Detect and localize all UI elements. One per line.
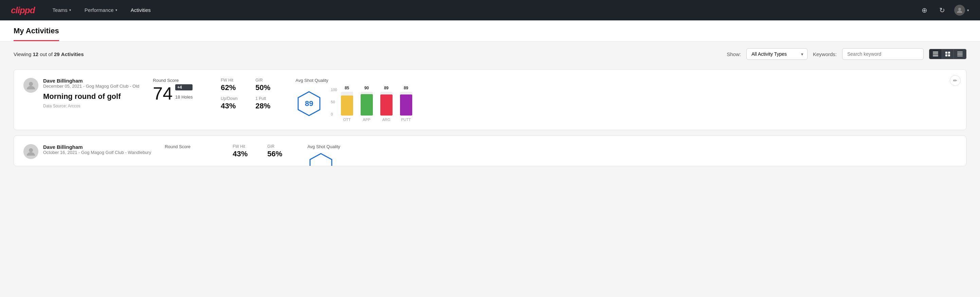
svg-point-14 — [29, 148, 33, 152]
score-main: 74 +4 18 Holes — [153, 84, 207, 102]
1putt-label: 1 Putt — [255, 96, 282, 101]
bar-app: 90 APP — [358, 86, 375, 121]
putt-bar-wrapper — [400, 92, 412, 115]
fw-hit-label-2: FW Hit — [232, 144, 259, 149]
arg-bar-fill — [380, 94, 393, 115]
gir-value: 50% — [255, 83, 282, 92]
round-score-label-2: Round Score — [165, 144, 219, 149]
svg-rect-6 — [945, 54, 947, 56]
app-logo[interactable]: clippd — [11, 5, 35, 16]
ott-value: 85 — [345, 86, 349, 90]
score-value: 74 — [153, 85, 172, 102]
svg-rect-3 — [933, 55, 938, 56]
gir-value-2: 56% — [267, 150, 294, 158]
avatar-icon — [954, 5, 965, 16]
putt-bar-fill — [400, 94, 412, 115]
view-toggle-group — [929, 49, 966, 59]
viewing-activities: Activities — [61, 51, 84, 57]
card-left-info-2: Dave Billingham October 16, 2021 - Gog M… — [24, 144, 151, 159]
stat-gir-2: GIR 56% — [267, 144, 294, 158]
avatar-2 — [24, 144, 38, 159]
svg-point-12 — [29, 82, 33, 86]
card-left-info: Dave Billingham December 05, 2021 - Gog … — [24, 78, 139, 109]
svg-rect-4 — [945, 52, 947, 54]
updown-label: Up/Down — [221, 96, 247, 101]
fw-hit-label: FW Hit — [221, 78, 247, 83]
chart-y-axis: 100 50 0 — [331, 88, 337, 121]
shot-quality-group-2: Avg Shot Quality — [307, 144, 340, 166]
stats-grid-2: FW Hit 43% GIR 56% — [232, 144, 294, 158]
nav-performance[interactable]: Performance ▾ — [83, 0, 119, 21]
stats-section: FW Hit 62% GIR 50% Up/Down 43% 1 Putt 28… — [221, 78, 282, 110]
grid-view-button[interactable] — [942, 49, 954, 59]
refresh-button[interactable]: ↻ — [937, 5, 947, 16]
svg-rect-9 — [957, 53, 963, 54]
nav-teams[interactable]: Teams ▾ — [51, 0, 72, 21]
svg-rect-1 — [933, 52, 938, 53]
arg-bar-wrapper — [380, 92, 393, 115]
show-label: Show: — [727, 51, 741, 57]
navbar: clippd Teams ▾ Performance ▾ Activities … — [0, 0, 980, 21]
user-chevron-icon: ▾ — [967, 8, 969, 13]
shot-quality-hex-2 — [307, 152, 334, 166]
viewing-label: Viewing — [14, 51, 31, 57]
viewing-count-text: Viewing 12 out of 29 Activities — [14, 51, 721, 57]
edit-activity-button[interactable]: ✏ — [950, 75, 961, 86]
holes-label: 18 Holes — [175, 94, 192, 99]
avatar — [24, 78, 38, 93]
svg-rect-10 — [957, 54, 963, 55]
date-course: December 05, 2021 - Gog Magog Golf Club … — [43, 84, 139, 89]
filter-bar: Viewing 12 out of 29 Activities Show: Al… — [0, 42, 980, 67]
bar-ott: 85 OTT — [339, 86, 356, 121]
nav-activities-label: Activities — [131, 7, 151, 13]
svg-rect-8 — [957, 52, 963, 52]
compact-view-button[interactable] — [954, 49, 966, 59]
svg-rect-7 — [948, 54, 950, 56]
updown-value: 43% — [221, 102, 247, 110]
svg-rect-2 — [933, 54, 938, 55]
score-badge: +4 — [175, 84, 192, 90]
y-axis-0: 0 — [331, 112, 337, 116]
quality-section-2: Avg Shot Quality — [307, 144, 956, 166]
activity-card: ✏ Dave Billingham December 05, 2021 - Go… — [14, 69, 966, 130]
avg-shot-quality-label-2: Avg Shot Quality — [307, 144, 340, 149]
round-score-label: Round Score — [153, 78, 207, 83]
shot-quality-group: Avg Shot Quality 89 100 — [296, 78, 414, 121]
list-view-button[interactable] — [929, 49, 942, 59]
bar-chart-container: 100 50 0 85 — [331, 86, 414, 121]
card-details-2: Dave Billingham October 16, 2021 - Gog M… — [43, 144, 151, 159]
round-title: Morning round of golf — [43, 92, 139, 101]
activity-type-select[interactable]: All Activity Types — [746, 48, 808, 60]
keywords-label: Keywords: — [813, 51, 837, 57]
stat-fw-hit: FW Hit 62% — [221, 78, 247, 92]
nav-activities[interactable]: Activities — [129, 0, 152, 21]
app-x-label: APP — [363, 118, 371, 121]
svg-rect-11 — [957, 56, 963, 56]
add-activity-button[interactable]: ⊕ — [919, 5, 930, 16]
viewing-total: 29 — [54, 51, 60, 57]
date-course-2: October 16, 2021 - Gog Magog Golf Club -… — [43, 150, 151, 155]
avg-shot-quality-label: Avg Shot Quality — [296, 78, 414, 83]
stat-updown: Up/Down 43% — [221, 96, 247, 110]
stat-fw-hit-2: FW Hit 43% — [232, 144, 259, 158]
user-menu-button[interactable]: ▾ — [954, 5, 969, 16]
hexagon-shape-2 — [307, 152, 334, 166]
score-section: Round Score 74 +4 18 Holes — [153, 78, 207, 104]
viewing-of: out of — [40, 51, 52, 57]
card-details: Dave Billingham December 05, 2021 - Gog … — [43, 78, 139, 109]
nav-performance-label: Performance — [84, 7, 114, 13]
search-input[interactable] — [842, 48, 924, 60]
arg-value: 89 — [384, 86, 388, 90]
stats-grid: FW Hit 62% GIR 50% Up/Down 43% 1 Putt 28… — [221, 78, 282, 110]
bar-putt: 89 PUTT — [398, 86, 415, 121]
stat-1putt: 1 Putt 28% — [255, 96, 282, 110]
data-source: Data Source: Arccos — [43, 104, 139, 109]
activity-type-select-wrapper: All Activity Types — [746, 48, 808, 60]
performance-chevron-icon: ▾ — [115, 8, 117, 12]
nav-icons-group: ⊕ ↻ ▾ — [919, 5, 969, 16]
svg-point-0 — [958, 8, 961, 11]
page-header: My Activities — [0, 21, 980, 42]
ott-x-label: OTT — [343, 118, 351, 121]
viewing-count: 12 — [33, 51, 38, 57]
putt-value: 89 — [404, 86, 408, 90]
